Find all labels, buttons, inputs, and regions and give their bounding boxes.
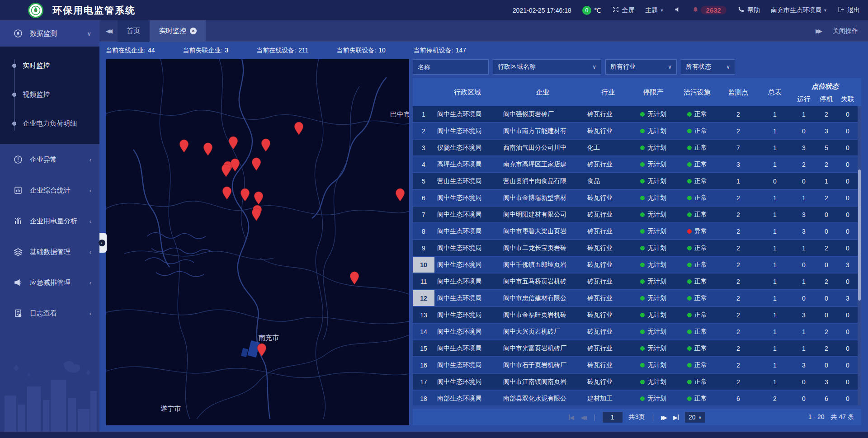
table-row[interactable]: 15阆中生态环境局阆中市光富页岩机砖厂砖瓦行业无计划正常21120 [413, 340, 861, 356]
table-row[interactable]: 16阆中生态环境局阆中市石子页岩机砖厂砖瓦行业无计划正常21300 [413, 357, 861, 373]
row-number: 18 [413, 391, 434, 405]
region-select[interactable]: 行政区域名称∨ [493, 59, 601, 75]
cell-stop-status: 无计划 [632, 190, 675, 206]
cell-facility-status: 正常 [675, 123, 719, 139]
table-row[interactable]: 1阆中生态环境局阆中强锐页岩砖厂砖瓦行业无计划正常21120 [413, 106, 861, 122]
cell-halt: 2 [815, 156, 838, 172]
logout-button[interactable]: 退出 [837, 6, 860, 14]
table-row[interactable]: 8阆中生态环境局阆中市枣碧大梁山页岩砖瓦行业无计划异常21300 [413, 223, 861, 239]
sidebar-item-base-data[interactable]: 基础数据管理‹ [0, 236, 99, 267]
sidebar: 数据监测∨实时监控视频监控企业电力负荷明细企业异常‹企业综合统计‹企业用电量分析… [0, 20, 99, 432]
sidebar-subitem[interactable]: 企业电力负荷明细 [0, 109, 99, 138]
cell-points: 2 [719, 374, 757, 390]
table-row[interactable]: 7阆中生态环境局阆中明阳建材有限公司砖瓦行业无计划正常21300 [413, 207, 861, 222]
first-page-button[interactable]: ◀ [569, 414, 574, 421]
help-button[interactable]: 帮助 [737, 6, 760, 14]
tab-close-icon[interactable]: ✕ [190, 28, 197, 34]
cell-meter: 1 [757, 223, 793, 239]
table-row[interactable]: 9阆中生态环境局阆中市二龙长宝页岩砖砖瓦行业无计划正常21120 [413, 240, 861, 256]
cell-industry: 砖瓦行业 [585, 340, 632, 356]
sidebar-collapse-handle[interactable]: ‹ [99, 233, 107, 253]
tabs-scroll-left-icon[interactable]: ◀◀ [99, 28, 118, 34]
table-row[interactable]: 14阆中生态环境局阆中大兴页岩机砖厂砖瓦行业无计划正常21120 [413, 324, 861, 339]
close-operations-button[interactable]: 关闭操作 [833, 27, 858, 35]
cell-halt: 0 [815, 357, 838, 373]
table-row[interactable]: 3仪陇生态环境局西南油气田分公司川中化工无计划正常71350 [413, 140, 861, 155]
cell-run: 3 [793, 223, 815, 239]
cell-enterprise: 阆中市石子页岩机砖厂 [500, 357, 585, 373]
tab-label: 实时监控 [159, 27, 186, 35]
col-group-point-status: 点位状态 [793, 78, 858, 92]
sidebar-subitem[interactable]: 实时监控 [0, 51, 99, 80]
tab-首页[interactable]: 首页 [118, 20, 149, 42]
table-row[interactable]: 4高坪生态环境局南充市高坪区王家店建砖瓦行业无计划正常31220 [413, 156, 861, 172]
cell-stop-status: 无计划 [632, 273, 675, 289]
sidebar-subitem[interactable]: 视频监控 [0, 80, 99, 109]
status-dot-red [687, 229, 692, 234]
chevron-down-icon: ∨ [592, 64, 596, 70]
app-logo [28, 3, 43, 18]
tab-实时监控[interactable]: 实时监控✕ [150, 20, 206, 42]
cell-stop-status: 无计划 [632, 290, 675, 306]
bullet-dot-icon [12, 122, 16, 126]
sound-toggle[interactable] [674, 6, 681, 14]
theme-dropdown[interactable]: 主题▾ [646, 6, 663, 14]
status-dot-green [640, 179, 645, 184]
org-dropdown[interactable]: 南充市生态环境局▾ [771, 6, 826, 14]
cell-run: 0 [793, 374, 815, 390]
col-lost: 失联 [838, 92, 858, 106]
cell-stop-status: 无计划 [632, 307, 675, 323]
page-size-select[interactable]: 20∨ [685, 412, 705, 423]
sidebar-item-logs[interactable]: 日志查看‹ [0, 298, 99, 329]
cell-facility-status: 正常 [675, 140, 719, 155]
prev-page-button[interactable]: ◀◀ [580, 414, 586, 421]
filter-row: 行政区域名称∨ 所有行业∨ 所有状态∨ [413, 59, 861, 75]
table-panel: 行政区域名称∨ 所有行业∨ 所有状态∨ 行政区域 企业 行业 停限产 治污设施 [413, 59, 861, 425]
map-panel[interactable]: 巴中市南充市遂宁市 [106, 59, 409, 425]
status-select[interactable]: 所有状态∨ [681, 59, 735, 75]
cell-lost: 0 [838, 106, 858, 122]
page-number-input[interactable] [603, 412, 623, 423]
stat-label: 当前失联企业: [183, 47, 222, 54]
cell-enterprise: 阆中明阳建材有限公司 [500, 207, 585, 222]
sidebar-item-enterprise-stats[interactable]: 企业综合统计‹ [0, 175, 99, 206]
row-number: 9 [413, 240, 434, 256]
name-search-input[interactable] [413, 59, 489, 75]
sidebar-item-enterprise-abnormal[interactable]: 企业异常‹ [0, 144, 99, 175]
fullscreen-button[interactable]: 全屏 [612, 6, 635, 14]
cell-facility-status: 正常 [675, 324, 719, 339]
table-row[interactable]: 13阆中生态环境局阆中市金福旺页岩机砖砖瓦行业无计划正常21300 [413, 307, 861, 323]
sidebar-item-data-monitor[interactable]: 数据监测∨ [0, 20, 99, 47]
table-row[interactable]: 12阆中生态环境局阆中市忠信建材有限公砖瓦行业无计划正常21003 [413, 290, 861, 306]
cell-meter: 1 [757, 156, 793, 172]
last-page-button[interactable]: ▶ [673, 414, 679, 421]
map-city-label: 遂宁市 [160, 405, 181, 412]
table-row[interactable]: 5营山生态环境局营山县润丰肉食品有限食品无计划正常10010 [413, 173, 861, 189]
table-row[interactable]: 6阆中生态环境局阆中市金博瑞新型墙材砖瓦行业无计划正常21120 [413, 190, 861, 206]
tabs-scroll-right-icon[interactable]: ▶▶ [816, 28, 820, 34]
notification-button[interactable]: 2632 [692, 6, 726, 14]
table-row[interactable]: 11阆中生态环境局阆中市五马桥页岩机砖砖瓦行业无计划正常21120 [413, 273, 861, 289]
cell-halt: 6 [815, 391, 838, 405]
sidebar-subitem-label: 视频监控 [23, 90, 50, 99]
next-page-button[interactable]: ▶▶ [661, 414, 667, 421]
status-dot-green [640, 229, 645, 234]
table-scrollbar-thumb[interactable] [858, 170, 861, 301]
cell-facility-status: 异常 [675, 223, 719, 239]
row-number: 7 [413, 207, 434, 222]
sidebar-item-power-analysis[interactable]: 企业用电量分析‹ [0, 206, 99, 236]
cell-industry: 砖瓦行业 [585, 123, 632, 139]
table-row[interactable]: 17阆中生态环境局阆中市江南镇阆南页岩砖瓦行业无计划正常21030 [413, 374, 861, 390]
cell-facility-status: 正常 [675, 340, 719, 356]
sidebar-item-emergency[interactable]: 应急减排管理‹ [0, 267, 99, 298]
cell-region: 阆中生态环境局 [434, 374, 500, 390]
table-row[interactable]: 10阆中生态环境局阆中千佛镇五郎垭页岩砖瓦行业无计划正常21003 [413, 257, 861, 273]
cell-meter: 1 [757, 374, 793, 390]
stat-value: 147 [456, 47, 466, 54]
table-row[interactable]: 18南部生态环境局南部县双化水泥有限公建材加工无计划正常62060 [413, 391, 861, 405]
table-row[interactable]: 2阆中生态环境局阆中市南方节能建材有砖瓦行业无计划正常21030 [413, 123, 861, 139]
notification-count-badge: 2632 [701, 6, 726, 14]
cell-halt: 1 [815, 173, 838, 189]
cell-stop-status: 无计划 [632, 257, 675, 273]
industry-select[interactable]: 所有行业∨ [605, 59, 677, 75]
